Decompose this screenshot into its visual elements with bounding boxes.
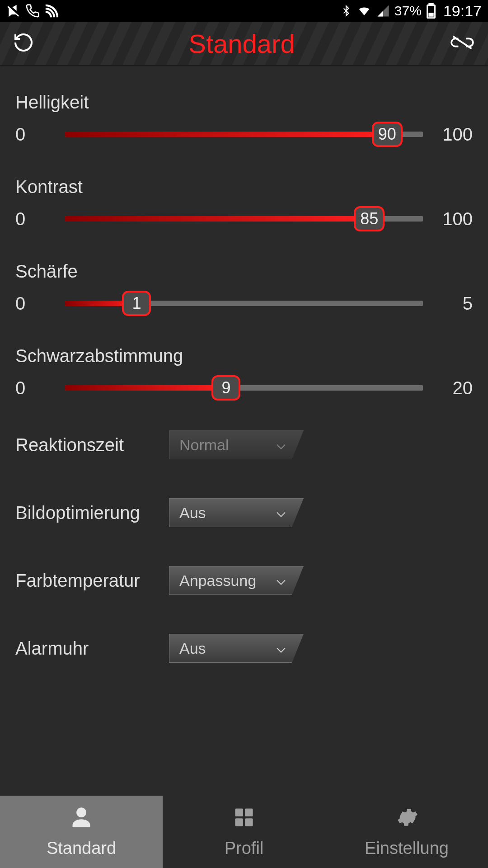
status-cast-icon — [44, 3, 60, 19]
chevron-down-icon — [276, 504, 286, 522]
grid-icon — [232, 806, 256, 833]
slider-label: Kontrast — [15, 177, 473, 197]
svg-rect-2 — [428, 13, 433, 17]
status-phone-icon — [25, 4, 40, 18]
slider-schwarzabstimmung: Schwarzabstimmung 0 9 20 — [15, 346, 473, 400]
slider-value: 85 — [360, 209, 378, 228]
slider-min: 0 — [15, 378, 65, 398]
nav-label: Standard — [47, 839, 116, 858]
reset-icon[interactable] — [13, 32, 34, 55]
slider-min: 0 — [15, 209, 65, 229]
slider-schärfe: Schärfe 0 1 5 — [15, 261, 473, 315]
select-row-bildoptimierung: Bildoptimierung Aus — [15, 498, 473, 527]
status-time: 19:17 — [443, 2, 482, 20]
status-battery-icon — [426, 3, 436, 19]
page-title: Standard — [188, 28, 295, 59]
slider-track[interactable]: 90 — [65, 123, 423, 146]
svg-rect-7 — [245, 818, 253, 826]
select-label: Reaktionszeit — [15, 435, 169, 455]
slider-min: 0 — [15, 293, 65, 314]
chevron-down-icon — [276, 572, 286, 590]
slider-max: 100 — [423, 209, 473, 229]
chevron-down-icon — [276, 640, 286, 657]
settings-content: Helligkeit 0 90 100 Kontrast 0 85 100 — [0, 65, 488, 796]
select-dropdown: Normal — [169, 430, 304, 459]
slider-kontrast: Kontrast 0 85 100 — [15, 177, 473, 231]
select-label: Farbtemperatur — [15, 571, 169, 591]
person-icon — [70, 806, 93, 833]
select-row-farbtemperatur: Farbtemperatur Anpassung — [15, 566, 473, 595]
slider-label: Schwarzabstimmung — [15, 346, 473, 366]
slider-max: 5 — [423, 293, 473, 314]
slider-label: Helligkeit — [15, 92, 473, 113]
link-off-icon[interactable] — [449, 33, 475, 53]
slider-track[interactable]: 85 — [65, 207, 423, 231]
app-header: Standard — [0, 22, 488, 65]
select-value: Normal — [179, 436, 229, 454]
slider-track[interactable]: 9 — [65, 376, 423, 400]
gear-icon — [395, 806, 418, 833]
status-battery-pct: 37% — [394, 3, 422, 19]
slider-min: 0 — [15, 124, 65, 145]
slider-thumb[interactable]: 1 — [122, 291, 151, 316]
svg-rect-1 — [429, 4, 433, 5]
select-dropdown[interactable]: Aus — [169, 498, 304, 527]
status-signal-icon — [376, 4, 390, 18]
android-status-bar: 37% 19:17 — [0, 0, 488, 22]
select-value: Aus — [179, 640, 206, 657]
slider-value: 9 — [221, 378, 230, 397]
slider-value: 1 — [132, 294, 141, 313]
nav-standard[interactable]: Standard — [0, 796, 163, 868]
nav-einstellung[interactable]: Einstellung — [325, 796, 488, 868]
slider-track[interactable]: 1 — [65, 292, 423, 315]
chevron-down-icon — [276, 436, 286, 454]
status-wifi-icon — [357, 4, 372, 18]
select-row-reaktionszeit: Reaktionszeit Normal — [15, 430, 473, 459]
slider-label: Schärfe — [15, 261, 473, 282]
slider-thumb[interactable]: 85 — [354, 206, 385, 231]
svg-rect-4 — [235, 809, 243, 816]
slider-max: 20 — [423, 378, 473, 398]
select-dropdown[interactable]: Anpassung — [169, 566, 304, 595]
slider-thumb[interactable]: 90 — [372, 122, 403, 147]
select-dropdown[interactable]: Aus — [169, 634, 304, 663]
slider-value: 90 — [378, 125, 396, 144]
nav-profil[interactable]: Profil — [163, 796, 325, 868]
nav-label: Profil — [225, 839, 264, 858]
status-bluetooth-icon — [340, 4, 352, 18]
select-row-alarmuhr: Alarmuhr Aus — [15, 634, 473, 663]
bottom-nav: Standard Profil Einstellung — [0, 796, 488, 868]
nav-label: Einstellung — [365, 839, 449, 858]
slider-thumb[interactable]: 9 — [211, 375, 240, 401]
slider-max: 100 — [423, 124, 473, 145]
svg-rect-6 — [235, 818, 243, 826]
select-label: Alarmuhr — [15, 638, 169, 659]
status-mute-icon — [6, 4, 21, 18]
select-label: Bildoptimierung — [15, 503, 169, 523]
select-value: Aus — [179, 504, 206, 522]
select-value: Anpassung — [179, 572, 256, 590]
slider-helligkeit: Helligkeit 0 90 100 — [15, 92, 473, 146]
svg-rect-5 — [245, 809, 253, 816]
